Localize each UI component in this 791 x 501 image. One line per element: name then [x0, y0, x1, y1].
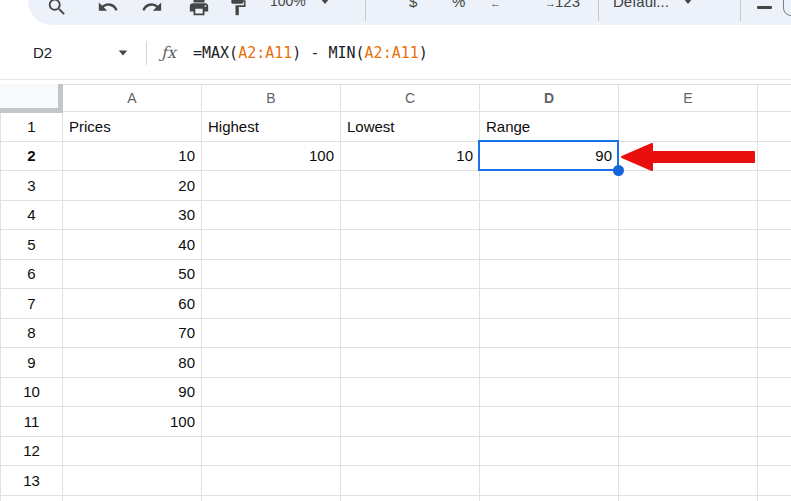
percent-format-button[interactable]: %: [452, 0, 465, 12]
cell-F14[interactable]: [758, 495, 791, 501]
cell-C9[interactable]: [341, 348, 480, 378]
col-header-E[interactable]: E: [619, 85, 758, 112]
row-header-12[interactable]: 12: [1, 436, 63, 466]
row-header-2[interactable]: 2: [1, 141, 63, 171]
decrease-font-size-button[interactable]: [757, 6, 772, 9]
cell-C12[interactable]: [341, 436, 480, 466]
cell-B11[interactable]: [202, 407, 341, 437]
cell-F13[interactable]: [758, 466, 791, 496]
col-header-A[interactable]: A: [63, 85, 202, 112]
cell-D2-selected[interactable]: 90: [480, 141, 619, 171]
cell-C5[interactable]: [341, 230, 480, 260]
cell-F10[interactable]: [758, 377, 791, 407]
col-header-C[interactable]: C: [341, 85, 480, 112]
cell-E6[interactable]: [619, 259, 758, 289]
name-box[interactable]: D2: [33, 25, 52, 80]
chevron-down-icon[interactable]: [119, 50, 128, 55]
cell-D9[interactable]: [480, 348, 619, 378]
row-header-5[interactable]: 5: [1, 230, 63, 260]
cell-E10[interactable]: [619, 377, 758, 407]
cell-E1[interactable]: [619, 112, 758, 142]
cell-B5[interactable]: [202, 230, 341, 260]
cell-B1[interactable]: Highest: [202, 112, 341, 142]
cell-E13[interactable]: [619, 466, 758, 496]
cell-D10[interactable]: [480, 377, 619, 407]
redo-icon[interactable]: [141, 0, 163, 18]
cell-F1[interactable]: [758, 112, 791, 142]
row-header-7[interactable]: 7: [1, 289, 63, 319]
cell-D11[interactable]: [480, 407, 619, 437]
cell-E9[interactable]: [619, 348, 758, 378]
cell-A11[interactable]: 100: [63, 407, 202, 437]
cell-B6[interactable]: [202, 259, 341, 289]
cell-F6[interactable]: [758, 259, 791, 289]
cell-A2[interactable]: 10: [63, 141, 202, 171]
row-header-14[interactable]: 14: [1, 495, 63, 501]
cell-F9[interactable]: [758, 348, 791, 378]
more-formats-button[interactable]: 123: [555, 0, 580, 12]
row-header-10[interactable]: 10: [1, 377, 63, 407]
cell-F4[interactable]: [758, 200, 791, 230]
cell-E8[interactable]: [619, 318, 758, 348]
cell-B12[interactable]: [202, 436, 341, 466]
cell-C14[interactable]: [341, 495, 480, 501]
cell-A5[interactable]: 40: [63, 230, 202, 260]
cell-D12[interactable]: [480, 436, 619, 466]
col-header-F[interactable]: [758, 85, 791, 112]
print-icon[interactable]: [188, 0, 210, 18]
cell-B4[interactable]: [202, 200, 341, 230]
cell-F5[interactable]: [758, 230, 791, 260]
cell-B10[interactable]: [202, 377, 341, 407]
formula-input[interactable]: =MAX(A2:A11) - MIN(A2:A11): [193, 25, 428, 80]
cell-C1[interactable]: Lowest: [341, 112, 480, 142]
cell-A13[interactable]: [63, 466, 202, 496]
cell-E11[interactable]: [619, 407, 758, 437]
cell-F8[interactable]: [758, 318, 791, 348]
cell-B13[interactable]: [202, 466, 341, 496]
row-header-3[interactable]: 3: [1, 171, 63, 201]
cell-A14[interactable]: [63, 495, 202, 501]
cell-C2[interactable]: 10: [341, 141, 480, 171]
cell-A8[interactable]: 70: [63, 318, 202, 348]
cell-A7[interactable]: 60: [63, 289, 202, 319]
cell-D7[interactable]: [480, 289, 619, 319]
cell-D8[interactable]: [480, 318, 619, 348]
col-header-B[interactable]: B: [202, 85, 341, 112]
cell-E7[interactable]: [619, 289, 758, 319]
decrease-decimal-button[interactable]: .0 ←: [488, 0, 501, 8]
cell-C6[interactable]: [341, 259, 480, 289]
row-header-11[interactable]: 11: [1, 407, 63, 437]
row-header-13[interactable]: 13: [1, 466, 63, 496]
cell-F11[interactable]: [758, 407, 791, 437]
cell-E5[interactable]: [619, 230, 758, 260]
currency-format-button[interactable]: $: [409, 0, 417, 12]
cell-C3[interactable]: [341, 171, 480, 201]
search-icon[interactable]: [46, 0, 68, 18]
cell-F12[interactable]: [758, 436, 791, 466]
cell-C8[interactable]: [341, 318, 480, 348]
cell-D6[interactable]: [480, 259, 619, 289]
font-select[interactable]: Defaul...: [613, 0, 693, 12]
row-header-8[interactable]: 8: [1, 318, 63, 348]
cell-D3[interactable]: [480, 171, 619, 201]
cell-C10[interactable]: [341, 377, 480, 407]
select-all-corner-border[interactable]: [0, 84, 63, 113]
cell-D14[interactable]: [480, 495, 619, 501]
cell-E14[interactable]: [619, 495, 758, 501]
increase-decimal-button[interactable]: .00 →: [533, 0, 556, 8]
cell-A4[interactable]: 30: [63, 200, 202, 230]
cell-C11[interactable]: [341, 407, 480, 437]
cell-F2[interactable]: [758, 141, 791, 171]
cell-B3[interactable]: [202, 171, 341, 201]
col-header-D[interactable]: D: [480, 85, 619, 112]
cell-F7[interactable]: [758, 289, 791, 319]
cell-D5[interactable]: [480, 230, 619, 260]
row-header-4[interactable]: 4: [1, 200, 63, 230]
cell-C13[interactable]: [341, 466, 480, 496]
cell-A1[interactable]: Prices: [63, 112, 202, 142]
cell-D13[interactable]: [480, 466, 619, 496]
cell-C7[interactable]: [341, 289, 480, 319]
cell-A10[interactable]: 90: [63, 377, 202, 407]
cell-B9[interactable]: [202, 348, 341, 378]
cell-E4[interactable]: [619, 200, 758, 230]
